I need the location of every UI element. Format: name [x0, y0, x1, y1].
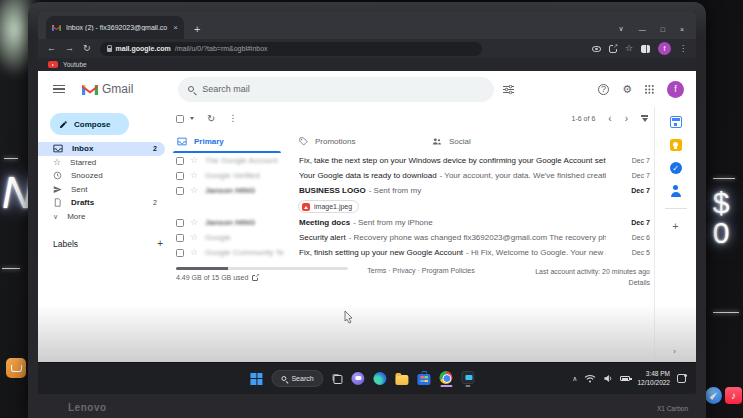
- footer-links[interactable]: Terms · Privacy · Program Policies: [352, 267, 490, 288]
- sidebar-item-more[interactable]: ∨ More: [38, 210, 165, 224]
- row-checkbox[interactable]: [176, 187, 184, 195]
- window-maximize-icon[interactable]: □: [661, 26, 665, 33]
- active-app-indicator: [440, 385, 452, 387]
- primary-inbox-icon: [177, 137, 187, 146]
- more-options-icon[interactable]: ⋮: [228, 114, 237, 123]
- gmail-logo: Gmail: [82, 82, 133, 96]
- select-all-checkbox[interactable]: [176, 115, 184, 123]
- refresh-icon[interactable]: ↻: [207, 114, 215, 124]
- tab-primary[interactable]: Primary: [173, 130, 295, 153]
- apps-grid-icon[interactable]: [645, 85, 647, 87]
- chrome-button[interactable]: [440, 371, 453, 387]
- hamburger-menu-icon[interactable]: [53, 85, 65, 93]
- keep-icon[interactable]: [670, 139, 682, 151]
- tab-label: Primary: [194, 137, 224, 146]
- tasks-icon[interactable]: ✓: [670, 162, 682, 174]
- new-tab-button[interactable]: +: [194, 23, 200, 35]
- tray-chevron-icon[interactable]: ∧: [572, 375, 577, 382]
- get-addons-icon[interactable]: +: [672, 220, 678, 232]
- sidebar-item-drafts[interactable]: Drafts 2: [38, 196, 165, 210]
- row-star-icon[interactable]: ☆: [190, 218, 199, 227]
- browser-menu-icon[interactable]: ⋮: [679, 45, 687, 53]
- open-in-new-icon[interactable]: [252, 275, 258, 281]
- row-checkbox[interactable]: [176, 157, 184, 165]
- bookmark-star-icon[interactable]: ☆: [625, 44, 633, 53]
- browser-tab-active[interactable]: Inbox (2) - fix3692023@gmail.co ×: [46, 16, 184, 39]
- forward-icon[interactable]: →: [65, 44, 74, 53]
- row-star-icon[interactable]: ☆: [190, 248, 199, 257]
- select-dropdown-icon[interactable]: [190, 117, 194, 120]
- help-icon[interactable]: ?: [598, 84, 609, 95]
- row-checkbox[interactable]: [176, 172, 184, 180]
- panel-divider: [665, 208, 687, 209]
- tab-promotions[interactable]: Promotions: [295, 130, 428, 153]
- panel-collapse-icon[interactable]: ›: [673, 347, 676, 356]
- edge-button[interactable]: [374, 372, 387, 385]
- sidebar-label: Snoozed: [71, 171, 148, 180]
- task-view-button[interactable]: [333, 374, 343, 384]
- tab-social[interactable]: Social: [428, 130, 550, 153]
- preview-eye-icon[interactable]: [592, 46, 601, 52]
- wifi-icon[interactable]: [584, 374, 596, 383]
- sidebar-label: Inbox: [72, 144, 144, 153]
- older-page-icon[interactable]: ‹: [608, 114, 611, 124]
- newer-page-icon[interactable]: ›: [625, 114, 628, 124]
- email-subject: BUSINESS LOGO: [299, 186, 366, 195]
- browser-profile-avatar[interactable]: f: [658, 42, 671, 55]
- details-link[interactable]: Details: [490, 278, 650, 289]
- create-label-icon[interactable]: +: [157, 238, 163, 249]
- neon-char: 0: [703, 218, 739, 248]
- side-panel-icon[interactable]: [641, 45, 650, 53]
- capture-app-button[interactable]: [462, 371, 475, 387]
- search-options-icon[interactable]: [503, 85, 514, 94]
- email-row[interactable]: ☆ Google Security alert- Recovery phone …: [173, 230, 654, 245]
- email-row[interactable]: ☆ Janson HING Meeting docs- Sent from my…: [173, 215, 654, 230]
- speaker-icon[interactable]: [603, 374, 613, 383]
- taskbar-clock[interactable]: 3:48 PM 12/10/2022: [637, 370, 670, 388]
- email-row[interactable]: ☆ The Google Account Fix, take the next …: [173, 153, 654, 168]
- email-row[interactable]: ☆ Google Verified Your Google data is re…: [173, 168, 654, 183]
- sidebar-item-sent[interactable]: Sent: [38, 183, 165, 197]
- start-button[interactable]: [250, 373, 262, 385]
- reload-icon[interactable]: ↻: [83, 44, 91, 53]
- email-row[interactable]: ☆ Janson HING BUSINESS LOGO- Sent from m…: [173, 183, 654, 198]
- bookmark-youtube[interactable]: Youtube: [63, 61, 87, 68]
- file-explorer-button[interactable]: [396, 373, 409, 385]
- row-checkbox[interactable]: [176, 219, 184, 227]
- star-icon: ☆: [53, 158, 61, 167]
- window-menu-icon[interactable]: ∨: [619, 25, 624, 33]
- tab-close-icon[interactable]: ×: [173, 23, 178, 32]
- window-close-icon[interactable]: ×: [680, 26, 684, 33]
- window-minimize-icon[interactable]: —: [639, 26, 646, 33]
- gmail-search-input[interactable]: Search mail: [178, 77, 494, 102]
- input-tools-icon[interactable]: [641, 115, 648, 121]
- contacts-icon[interactable]: [670, 185, 682, 197]
- share-icon[interactable]: [609, 45, 617, 53]
- battery-icon[interactable]: [620, 376, 630, 381]
- sidebar-count: 2: [153, 199, 165, 206]
- chrome-icon: [440, 371, 453, 384]
- settings-gear-icon[interactable]: ⚙: [622, 84, 632, 95]
- gmail-avatar[interactable]: f: [667, 81, 684, 98]
- taskbar-search[interactable]: Search: [271, 370, 323, 387]
- store-button[interactable]: [418, 373, 431, 385]
- search-icon: [188, 86, 194, 92]
- sidebar-item-inbox[interactable]: Inbox 2: [38, 142, 165, 156]
- compose-button[interactable]: Compose: [50, 113, 129, 135]
- row-checkbox[interactable]: [176, 249, 184, 257]
- sidebar-item-snoozed[interactable]: Snoozed: [38, 169, 165, 183]
- sidebar-item-starred[interactable]: ☆ Starred: [38, 156, 165, 170]
- row-star-icon[interactable]: ☆: [190, 171, 199, 180]
- row-star-icon[interactable]: ☆: [190, 186, 199, 195]
- email-row[interactable]: ☆ Google Community Te Fix, finish settin…: [173, 245, 654, 260]
- row-checkbox[interactable]: [176, 234, 184, 242]
- back-icon[interactable]: ←: [47, 44, 56, 53]
- notifications-icon[interactable]: [677, 374, 686, 383]
- chat-button[interactable]: [352, 372, 365, 385]
- list-toolbar: ↻ ⋮ 1-6 of 6 ‹ ›: [173, 107, 654, 130]
- address-bar[interactable]: mail.google.com/mail/u/0/?tab=rm&ogbl#in…: [100, 42, 482, 56]
- attachment-chip[interactable]: image1.jpeg: [298, 200, 359, 213]
- row-star-icon[interactable]: ☆: [190, 156, 199, 165]
- calendar-icon[interactable]: [670, 116, 682, 128]
- row-star-icon[interactable]: ☆: [190, 233, 199, 242]
